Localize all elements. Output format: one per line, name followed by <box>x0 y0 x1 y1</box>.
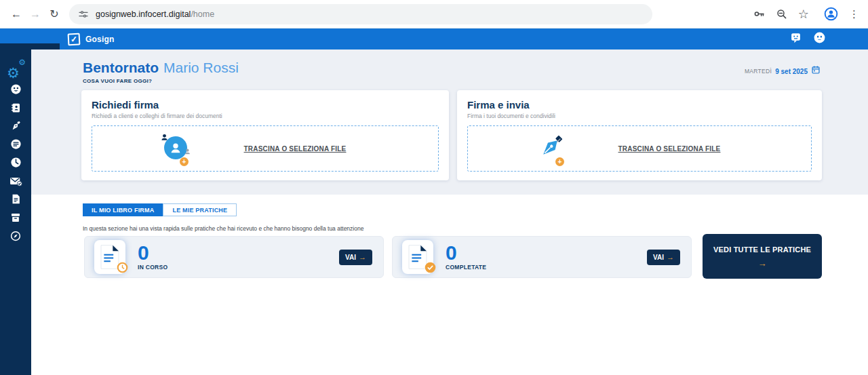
header-notch <box>0 43 60 50</box>
forward-icon: → <box>30 8 41 20</box>
archive-box-icon <box>9 212 22 226</box>
clock-history-icon <box>9 156 22 172</box>
seal-certificates-icon: ⚙ ⚙ <box>7 61 24 79</box>
weekday-label: MARTEDÌ <box>745 68 772 75</box>
date-block: MARTEDÌ 9 set 2025 <box>745 65 821 77</box>
address-bar[interactable]: gosignweb.infocert.digital/home <box>69 4 652 24</box>
add-badge-icon: + <box>555 157 564 166</box>
stat-card-completate: 0 COMPLETATE VAI → <box>392 236 692 278</box>
vai-label: VAI <box>345 254 356 261</box>
welcome-block: BentornatoMario Rossi COSA VUOI FARE OGG… <box>83 60 239 84</box>
smiley-user-icon <box>9 83 22 98</box>
action-cards-row: Richiedi firma Richiedi a clienti e coll… <box>81 90 822 180</box>
dropzone-label[interactable]: TRASCINA O SELEZIONA FILE <box>193 145 397 153</box>
stat-card-in-corso: 0 IN CORSO VAI → <box>84 236 384 278</box>
browser-menu-icon[interactable]: ⋮ <box>849 9 859 19</box>
user-name: Mario Rossi <box>163 60 239 75</box>
assistant-icon[interactable] <box>813 31 826 47</box>
vai-completate-button[interactable]: VAI → <box>647 250 680 265</box>
sidebar-item-history[interactable] <box>0 155 31 173</box>
sidebar-item-documents[interactable] <box>0 191 31 210</box>
header-actions <box>790 31 826 47</box>
vedi-tutte-le-pratiche-button[interactable]: VEDI TUTTE LE PRATICHE → <box>703 234 822 279</box>
document-clock-icon <box>94 240 125 274</box>
profile-avatar-icon[interactable] <box>823 6 839 22</box>
document-icon <box>10 193 22 208</box>
mail-check-icon <box>9 174 22 191</box>
feedback-chat-icon[interactable] <box>790 32 802 46</box>
zoom-out-icon[interactable] <box>776 8 788 20</box>
browser-toolbar: ← → ↻ gosignweb.infocert.digital/home ☆ <box>0 0 868 28</box>
sidebar-item-contacts[interactable] <box>0 100 31 118</box>
arrow-right-icon: → <box>359 254 366 261</box>
add-user-icon: + <box>160 132 193 165</box>
dropzone-label[interactable]: TRASCINA O SELEZIONA FILE <box>568 145 770 153</box>
password-key-icon[interactable] <box>753 7 766 20</box>
pratiche-section: IL MIO LIBRO FIRMA LE MIE PRATICHE In qu… <box>31 195 868 375</box>
card-title: Richiedi firma <box>92 99 439 111</box>
card-title: Firma e invia <box>467 99 812 111</box>
sidebar-item-profile[interactable] <box>0 81 31 100</box>
sidebar-item-libro-firma[interactable] <box>0 136 31 155</box>
stats-row: 0 IN CORSO VAI → <box>84 236 822 279</box>
section-description: In questa sezione hai una vista rapida s… <box>83 225 363 232</box>
request-signature-dropzone[interactable]: + TRASCINA O SELEZIONA FILE <box>92 125 439 172</box>
sidebar-item-signature[interactable] <box>0 118 31 136</box>
compass-icon <box>9 230 22 245</box>
cta-label: VEDI TUTTE LE PRATICHE <box>713 245 811 254</box>
sidebar-item-archive[interactable] <box>0 210 31 228</box>
back-icon: ← <box>11 8 22 20</box>
back-button[interactable]: ← <box>7 5 26 24</box>
welcome-subtitle: COSA VUOI FARE OGGI? <box>83 78 239 84</box>
forward-button[interactable]: → <box>26 5 45 24</box>
app-header: ✓ Gosign <box>0 28 868 50</box>
card-subtitle: Firma i tuoi documenti e condividili <box>467 113 812 119</box>
tab-le-mie-pratiche[interactable]: LE MIE PRATICHE <box>163 203 237 216</box>
sign-and-send-dropzone[interactable]: + TRASCINA O SELEZIONA FILE <box>467 125 812 172</box>
brand-name: Gosign <box>85 35 115 44</box>
toolbar-right: ☆ ⋮ <box>753 6 859 22</box>
gosign-logo-icon: ✓ <box>68 33 81 45</box>
arrow-right-icon: → <box>758 259 767 268</box>
list-circle-icon <box>9 138 22 153</box>
clock-badge-icon <box>117 262 128 276</box>
card-subtitle: Richiedi a clienti e colleghi di firmare… <box>92 113 439 119</box>
reload-icon: ↻ <box>50 7 58 20</box>
sidebar-item-explore[interactable] <box>0 228 31 246</box>
sidebar-nav: ⚙ ⚙ <box>0 50 31 375</box>
pen-icon: + <box>536 132 568 165</box>
add-badge-icon: + <box>180 157 189 166</box>
date-value: 9 set 2025 <box>775 68 808 75</box>
tabs: IL MIO LIBRO FIRMA LE MIE PRATICHE <box>83 203 237 216</box>
tab-il-mio-libro-firma[interactable]: IL MIO LIBRO FIRMA <box>83 203 163 216</box>
site-settings-icon[interactable] <box>78 9 89 20</box>
request-signature-card: Richiedi firma Richiedi a clienti e coll… <box>81 90 449 180</box>
completate-count: 0 <box>446 243 486 263</box>
reload-button[interactable]: ↻ <box>45 5 64 24</box>
in-corso-label: IN CORSO <box>138 264 167 271</box>
greeting-text: Bentornato <box>83 60 159 75</box>
signature-pen-icon <box>9 120 22 135</box>
sidebar-item-mail[interactable] <box>0 173 31 191</box>
sign-and-send-card: Firma e invia Firma i tuoi documenti e c… <box>457 90 822 180</box>
contacts-book-icon <box>9 102 22 117</box>
completate-label: COMPLETATE <box>446 264 486 271</box>
url-path: /home <box>191 9 214 19</box>
calendar-icon[interactable] <box>811 65 821 77</box>
logo-check-glyph: ✓ <box>71 35 78 43</box>
url-domain: gosignweb.infocert.digital <box>96 9 191 19</box>
in-corso-count: 0 <box>138 243 167 263</box>
url-text: gosignweb.infocert.digital/home <box>96 9 214 19</box>
check-badge-icon <box>425 262 436 276</box>
sidebar-item-certificates[interactable]: ⚙ ⚙ <box>0 58 31 81</box>
hero-section: BentornatoMario Rossi COSA VUOI FARE OGG… <box>31 50 868 195</box>
document-check-icon <box>402 240 433 274</box>
vai-in-corso-button[interactable]: VAI → <box>339 250 372 265</box>
bookmark-star-icon[interactable]: ☆ <box>798 8 809 20</box>
arrow-right-icon: → <box>667 254 674 261</box>
vai-label: VAI <box>653 254 664 261</box>
